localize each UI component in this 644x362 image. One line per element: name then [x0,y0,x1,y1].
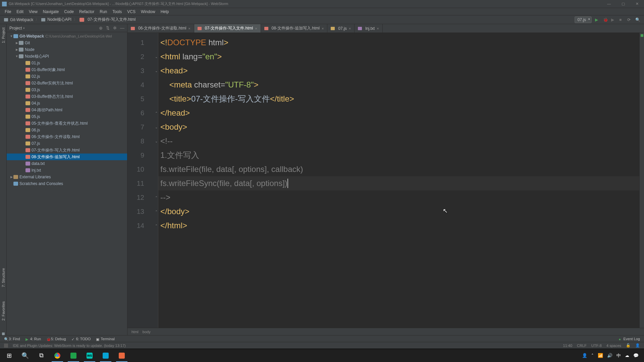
nav-crumb-file[interactable]: 07-文件操作-写入文件.html [88,17,136,22]
menu-view[interactable]: View [26,9,40,14]
event-log-tab[interactable]: ●Event Log [619,337,640,341]
favorites-tool-tab[interactable]: 2: Favorites [1,299,6,322]
line-number[interactable]: 1 [127,36,154,50]
editor-tab[interactable]: 08-文件操作-追加写入.html× [261,24,328,33]
tree-file[interactable]: 03.js [7,86,127,93]
debug-tool-tab[interactable]: 🐞5: Debug [46,337,66,341]
line-number[interactable]: 8 [127,134,154,148]
code-line[interactable]: <title>07-文件操作-写入文件</title> [158,92,639,106]
tree-file[interactable]: 04-路径Path.html [7,107,127,113]
code-line[interactable]: 1.文件写入 [158,148,639,162]
tray-ime-icon[interactable]: 中 [616,353,621,359]
code-editor[interactable]: 1234567891011121314 ⌄⌄⌃⌄⌄⌃⌃⌃ <!DOCTYPE h… [127,33,644,328]
fold-marker[interactable]: ⌃ [154,106,158,120]
menu-tools[interactable]: Tools [110,9,124,14]
taskbar-chrome[interactable] [50,349,65,362]
todo-tool-tab[interactable]: ✓6: TODO [71,337,91,341]
tool-window-icon[interactable] [2,333,5,335]
code-content[interactable]: <!DOCTYPE html><html lang="en"><head> <m… [158,33,639,328]
fold-marker[interactable]: ⌃ [154,190,158,204]
terminal-tool-tab[interactable]: ▣Terminal [96,337,115,341]
editor-tab[interactable]: lnj.txt× [355,24,382,33]
fold-marker[interactable] [154,162,158,176]
close-tab-icon[interactable]: × [349,26,351,31]
line-number[interactable]: 5 [127,92,154,106]
tree-file[interactable]: 01.js [7,60,127,66]
tray-chevron-up-icon[interactable]: ˄ [591,353,594,358]
expand-all-icon[interactable]: ⇅ [106,25,110,31]
fold-marker[interactable] [154,78,158,92]
fold-marker[interactable] [154,92,158,106]
taskbar-camtasia[interactable] [114,349,129,362]
run-coverage-icon[interactable]: ▶ [611,17,616,22]
code-line[interactable]: </body> [158,204,639,219]
project-view-selector[interactable]: Project [9,26,99,31]
tree-file[interactable]: 04.js [7,100,127,107]
maximize-button[interactable]: ▢ [618,2,628,6]
line-number[interactable]: 9 [127,148,154,162]
fold-marker[interactable]: ⌄ [154,120,158,134]
project-tool-tab[interactable]: 1: Project [1,25,6,45]
nav-breadcrumb[interactable]: Git-Webpack 〉 Node核心API 〉 07-文件操作-写入文件.h… [4,17,136,22]
tray-wifi-icon[interactable]: 📶 [598,353,603,358]
menu-vcs[interactable]: VCS [124,9,138,14]
indent-setting[interactable]: 4 spaces [606,344,621,348]
run-config-dropdown[interactable]: 07.js [575,16,592,23]
tray-notifications-icon[interactable]: 💬 [633,353,639,358]
line-number-gutter[interactable]: 1234567891011121314 [127,33,154,328]
code-line[interactable]: --> [158,190,639,204]
tree-file[interactable]: data.txt [7,160,127,167]
tree-file[interactable]: 07-文件操作-写入文件.html [7,147,127,154]
menu-refactor[interactable]: Refactor [76,9,97,14]
tree-file[interactable]: 03-Buffer静态方法.html [7,93,127,100]
close-tab-icon[interactable]: × [255,26,257,31]
menu-help[interactable]: Help [158,9,172,14]
file-encoding[interactable]: UTF-8 [591,344,602,348]
structure-tool-tab[interactable]: 7: Structure [1,266,6,289]
tree-file[interactable]: 05-文件操作-查看文件状态.html [7,120,127,127]
fold-marker[interactable]: ⌄ [154,64,158,78]
line-number[interactable]: 7 [127,120,154,134]
start-button[interactable]: ⊞ [1,349,17,362]
tray-cloud-icon[interactable]: ☁ [625,353,629,358]
line-number[interactable]: 10 [127,162,154,176]
fold-marker[interactable] [154,36,158,50]
tree-folder[interactable]: ▶ Node [7,46,127,53]
breadcrumb-item[interactable]: html [131,330,139,334]
editor-tab[interactable]: 07.js× [327,24,355,33]
status-message[interactable]: IDE and Plugin Updates: WebStorm is read… [13,344,558,348]
tree-file[interactable]: 06-文件操作-文件读取.html [7,133,127,140]
tree-file[interactable]: 08-文件操作-追加写入.html [7,154,127,160]
expand-icon[interactable]: ▼ [15,55,19,58]
nav-crumb-folder[interactable]: Node核心API [47,17,71,22]
tree-scratches[interactable]: Scratches and Consoles [7,180,127,187]
code-line[interactable]: </head> [158,106,639,120]
code-line[interactable]: <body> [158,120,639,134]
editor-tab[interactable]: 06-文件操作-文件读取.html× [127,24,194,33]
project-tree[interactable]: ▼ Git-Webpack C:\Users\Jonathan_Lee\Desk… [7,32,127,335]
code-line[interactable]: </html> [158,219,639,233]
menu-file[interactable]: File [2,9,14,14]
menu-edit[interactable]: Edit [14,9,26,14]
code-line[interactable]: <!-- [158,134,639,148]
tray-volume-icon[interactable]: 🔊 [607,353,612,358]
fold-gutter[interactable]: ⌄⌄⌃⌄⌄⌃⌃⌃ [154,33,158,328]
taskbar-search[interactable]: 🔍 [17,349,33,362]
hide-panel-icon[interactable]: — [120,25,124,31]
line-number[interactable]: 12 [127,190,154,204]
code-line[interactable]: fs.writeFileSync(file, data[, options]) [158,176,639,190]
line-number[interactable]: 14 [127,219,154,233]
search-icon[interactable]: 🔍 [635,17,640,22]
fold-marker[interactable]: ⌃ [154,204,158,219]
tree-folder[interactable]: ▶ Git [7,40,127,46]
tree-file[interactable]: 06.js [7,127,127,133]
editor-tab[interactable]: 07-文件操作-写入文件.html× [194,24,261,33]
close-button[interactable]: ✕ [632,2,642,6]
inspection-icon[interactable]: 👤 [635,343,640,348]
tree-file[interactable]: 05.js [7,113,127,120]
breadcrumb-item[interactable]: body [143,330,151,334]
line-number[interactable]: 3 [127,64,154,78]
tree-folder[interactable]: ▼ Node核心API [7,53,127,60]
menu-run[interactable]: Run [97,9,110,14]
locate-icon[interactable]: ⊕ [99,25,103,31]
